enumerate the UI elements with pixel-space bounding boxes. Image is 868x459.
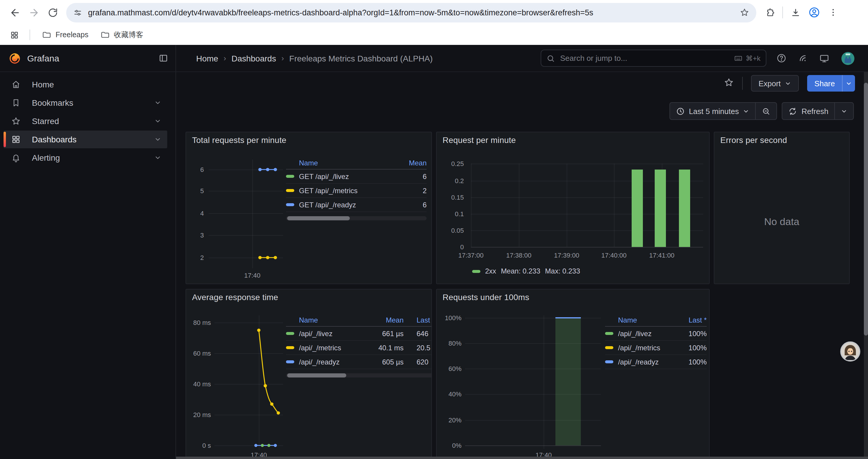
sidebar-item-label: Alerting	[32, 153, 60, 162]
table-row[interactable]: /api/_/livez 100%	[605, 327, 707, 341]
bar-2xx[interactable]	[632, 169, 643, 247]
legend-max: Max: 0.233	[545, 267, 580, 275]
search-input[interactable]	[559, 53, 730, 63]
star-icon	[11, 117, 21, 126]
series-swatch	[286, 346, 294, 349]
export-button[interactable]: Export	[751, 75, 799, 92]
chevron-down-icon	[785, 80, 792, 87]
profile-button[interactable]	[805, 4, 823, 21]
forward-button[interactable]	[25, 4, 42, 21]
bell-icon	[11, 153, 21, 162]
chevron-down-icon[interactable]	[154, 154, 161, 161]
reload-icon	[48, 7, 58, 18]
legend-table: Name Mean Last * /api/_/livez 661 µs 646	[286, 314, 432, 378]
table-row[interactable]: /api/_/metrics 100%	[605, 341, 707, 355]
table-row[interactable]: /api/_/readyz 605 µs 620	[286, 355, 432, 369]
column-header-mean[interactable]: Mean	[397, 159, 427, 167]
refresh-interval-button[interactable]	[835, 103, 853, 119]
panel-title[interactable]: Requests under 100ms	[442, 292, 529, 302]
bookmarks-bar: Freeleaps 收藏博客	[0, 25, 868, 45]
panel-title[interactable]: Errors per second	[720, 135, 787, 145]
bookmark-star-icon[interactable]	[740, 8, 749, 17]
favorite-star-icon[interactable]	[723, 77, 734, 90]
breadcrumb-home[interactable]: Home	[196, 54, 218, 63]
chevron-down-icon	[841, 108, 847, 114]
user-avatar[interactable]	[841, 51, 855, 65]
bookmark-folder-freeleaps[interactable]: Freeleaps	[38, 28, 92, 41]
y-tick-label: 0%	[437, 442, 462, 449]
bar-2xx[interactable]	[655, 169, 666, 247]
apps-grid-icon[interactable]	[7, 28, 21, 42]
breadcrumb-separator: ›	[224, 54, 226, 63]
sidebar-item-label: Home	[32, 80, 54, 89]
share-button[interactable]: Share	[807, 75, 842, 92]
horizontal-scrollbar[interactable]	[176, 457, 868, 459]
monitor-icon[interactable]	[819, 53, 830, 64]
table-row[interactable]: GET /api/_/metrics 2	[286, 184, 427, 198]
news-rss-icon[interactable]	[798, 53, 808, 63]
bookmark-folder-label: Freeleaps	[56, 31, 88, 39]
area-fill[interactable]	[555, 318, 581, 446]
sidebar-item-alerting[interactable]: Alerting	[4, 149, 167, 167]
x-tick-label: 17:37:00	[458, 252, 484, 259]
share-split-button: Share	[807, 75, 855, 92]
sidebar-item-label: Dashboards	[32, 135, 76, 144]
column-header-last[interactable]: Last *	[404, 316, 432, 324]
table-row[interactable]: /api/_/metrics 40.1 ms 20.5 m	[286, 341, 432, 355]
table-scrollbar[interactable]	[286, 373, 432, 378]
y-tick-label: 60%	[437, 365, 462, 372]
table-row[interactable]: GET /api/_/readyz 6	[286, 198, 427, 212]
reload-button[interactable]	[44, 4, 61, 21]
column-header-name[interactable]: Name	[618, 316, 681, 324]
search-box[interactable]: ⌘+k	[541, 50, 766, 67]
table-row[interactable]: /api/_/readyz 100%	[605, 355, 707, 369]
search-shortcut: ⌘+k	[734, 54, 761, 63]
help-icon[interactable]	[776, 53, 786, 63]
y-tick-label: 0.05	[438, 227, 464, 234]
chevron-down-icon[interactable]	[154, 136, 161, 143]
column-header-name[interactable]: Name	[299, 316, 371, 324]
y-tick-label: 0.2	[438, 177, 464, 184]
folder-icon	[42, 30, 52, 40]
back-button[interactable]	[6, 4, 24, 21]
table-row[interactable]: /api/_/livez 661 µs 646	[286, 327, 432, 341]
sidebar-item-dashboards[interactable]: Dashboards	[4, 131, 167, 148]
column-header-name[interactable]: Name	[299, 159, 397, 167]
grafana-logo-icon	[8, 52, 21, 65]
table-row[interactable]: GET /api/_/livez 6	[286, 169, 427, 184]
legend-table: Name Last * /api/_/livez 100% /api/_/met…	[605, 314, 707, 369]
legend-series-label[interactable]: 2xx	[485, 267, 496, 275]
extensions-icon[interactable]	[761, 4, 779, 21]
menu-kebab-icon[interactable]	[824, 4, 842, 21]
table-scrollbar[interactable]	[286, 216, 427, 220]
bookmark-folder-blogs[interactable]: 收藏博客	[97, 28, 147, 42]
zoom-out-button[interactable]	[756, 103, 777, 119]
floating-assistant-avatar[interactable]	[840, 341, 860, 364]
site-info-icon[interactable]	[73, 8, 82, 17]
column-header-mean[interactable]: Mean	[371, 316, 404, 324]
vertical-scrollbar[interactable]	[864, 72, 868, 459]
chevron-down-icon[interactable]	[154, 118, 161, 125]
zoom-out-icon	[762, 107, 771, 116]
series-swatch[interactable]	[472, 270, 480, 273]
sidebar-item-home[interactable]: Home	[4, 76, 167, 93]
bar-2xx[interactable]	[679, 169, 690, 247]
chevron-down-icon[interactable]	[154, 99, 161, 106]
sidebar-item-starred[interactable]: Starred	[4, 112, 167, 130]
screen: grafana.mathmast.com/d/deytv4rwavabkb/fr…	[0, 0, 868, 459]
x-tick-label: 17:38:00	[506, 252, 531, 259]
time-range-button[interactable]: Last 5 minutes	[670, 103, 755, 119]
sidebar-toggle-icon[interactable]	[158, 53, 168, 63]
panel-requests-under-100ms: Requests under 100ms 100% 80% 60% 40% 20…	[436, 289, 710, 459]
refresh-button[interactable]: Refresh	[783, 103, 834, 119]
time-controls: Last 5 minutes Refresh	[176, 102, 868, 120]
breadcrumb-dashboards[interactable]: Dashboards	[231, 54, 276, 63]
column-header-last[interactable]: Last *	[681, 316, 707, 324]
share-dropdown-button[interactable]	[842, 75, 855, 92]
scrollbar-thumb[interactable]	[864, 83, 868, 335]
sidebar-item-bookmarks[interactable]: Bookmarks	[4, 94, 167, 112]
downloads-button[interactable]	[786, 4, 804, 21]
sidebar: Home Bookmarks Starred Dashboards	[0, 72, 176, 459]
address-bar[interactable]: grafana.mathmast.com/d/deytv4rwavabkb/fr…	[66, 3, 756, 22]
panel-title[interactable]: Request per minute	[442, 135, 516, 145]
